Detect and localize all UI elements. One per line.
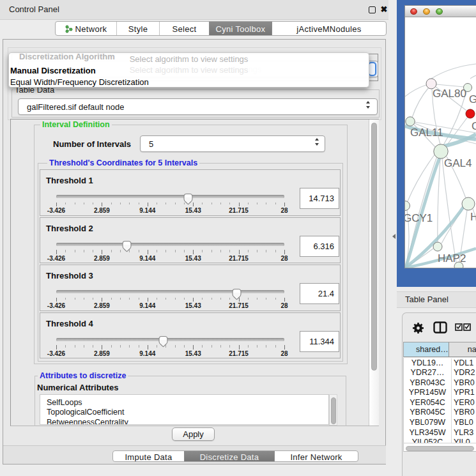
cell-name[interactable]: YBR0	[452, 378, 476, 388]
close-panel-icon[interactable]: ✖	[379, 1, 389, 18]
threshold-1-label: Threshold 1	[46, 176, 93, 185]
apply-button[interactable]: Apply	[172, 427, 215, 441]
slider-tick	[184, 298, 185, 300]
slider-tick-label: 2.859	[94, 255, 110, 262]
split-pane-collapse-icon[interactable]	[392, 234, 395, 239]
settings-vertical-scrollbar[interactable]	[369, 119, 379, 426]
table-row[interactable]: YPR145WYPR1	[404, 388, 476, 398]
tab-discretize-data[interactable]: Discretize Data	[184, 451, 274, 462]
slider-tick	[248, 203, 249, 205]
cell-shared-name[interactable]: YBR043C	[404, 378, 452, 388]
cell-shared-name[interactable]: YER054C	[404, 398, 452, 408]
threshold-2-slider-track[interactable]	[56, 243, 284, 246]
cell-shared-name[interactable]: YPR145W	[404, 388, 452, 398]
cell-name[interactable]: YER0	[452, 398, 476, 408]
tab-network[interactable]: Network	[56, 22, 116, 36]
table-row[interactable]: YBR045CYBR0	[404, 408, 476, 418]
slider-tick	[211, 298, 212, 300]
table-row[interactable]: YDR27…YDR2	[404, 368, 476, 378]
GAL11-node[interactable]	[406, 117, 415, 126]
table-horizontal-scrollbar-thumb[interactable]	[406, 446, 474, 451]
attribute-list-item[interactable]: SelfLoops	[40, 398, 328, 408]
column-header-shared-name[interactable]: shared…	[404, 342, 449, 357]
red-node[interactable]	[466, 109, 475, 118]
table-row[interactable]: YER054CYER0	[404, 398, 476, 408]
threshold-1-value-field[interactable]: 14.713	[300, 188, 339, 209]
threshold-3-slider-thumb[interactable]	[231, 288, 242, 300]
cell-name[interactable]: YDR2	[452, 368, 476, 378]
slider-tick	[248, 298, 249, 300]
threshold-4-slider-thumb[interactable]	[158, 335, 169, 348]
cell-name[interactable]: YPR1	[452, 388, 476, 398]
network-canvas[interactable]: GAL80GALCGAL11GAL4GCY1HHAP2	[405, 17, 476, 268]
slider-tick	[257, 298, 257, 300]
table-row[interactable]: YBL079WYBL0	[404, 418, 476, 428]
window-close-icon[interactable]	[410, 8, 417, 15]
network-edge[interactable]	[438, 158, 440, 242]
table-row[interactable]: YDL19…YDL1	[404, 358, 476, 369]
cell-name[interactable]: YBL0	[452, 418, 476, 428]
threshold-3-value-field[interactable]: 21.4	[300, 283, 339, 304]
network-edge[interactable]	[431, 64, 476, 79]
float-window-icon[interactable]	[369, 6, 376, 13]
network-edge[interactable]	[470, 75, 476, 79]
cell-shared-name[interactable]: YIL052C	[404, 438, 452, 443]
gear-icon[interactable]	[412, 322, 424, 334]
numerical-attributes-list[interactable]: SelfLoopsTopologicalCoefficientBetweenne…	[40, 394, 329, 425]
table-row[interactable]: YIL052CYIL0	[404, 438, 476, 443]
cell-name[interactable]: YIL0	[452, 438, 476, 443]
table-data-combo[interactable]: galFiltered.sif default node	[18, 98, 378, 115]
cell-shared-name[interactable]: YDL19…	[404, 358, 452, 369]
tab-label: Style	[128, 24, 148, 34]
cell-name[interactable]: YLR3	[452, 428, 476, 438]
table-row[interactable]: YLR345WYLR3	[404, 428, 476, 438]
dropdown-item-equal-width[interactable]: Equal Width/Frequency Discretization	[9, 77, 369, 88]
cell-name[interactable]: YBR0	[452, 408, 476, 418]
slider-tick	[275, 203, 276, 205]
cell-shared-name[interactable]: YBL079W	[404, 418, 452, 428]
column-checkboxes-icon[interactable]	[455, 323, 472, 331]
cell-name[interactable]: YDL1	[452, 358, 476, 369]
table-data-combo-arrows-icon	[366, 101, 371, 109]
GAL4-node[interactable]	[434, 144, 448, 158]
table-horizontal-scrollbar[interactable]	[403, 443, 476, 452]
attributes-list-scrollbar-thumb[interactable]	[331, 397, 336, 424]
network-edge[interactable]	[442, 158, 456, 263]
column-header-name[interactable]: na	[449, 342, 476, 357]
network-edge[interactable]	[436, 84, 464, 87]
threshold-2-slider-thumb[interactable]	[121, 240, 132, 252]
cell-shared-name[interactable]: YBR045C	[404, 408, 452, 418]
threshold-2-value-field[interactable]: 6.316	[300, 236, 339, 257]
attribute-list-item[interactable]: TopologicalCoefficient	[40, 408, 328, 417]
settings-vertical-scrollbar-thumb[interactable]	[371, 123, 377, 371]
attributes-list-scrollbar[interactable]	[329, 394, 337, 426]
dropdown-hint-item[interactable]: Select algorithm to view settings	[9, 53, 369, 65]
slider-tick	[275, 298, 276, 300]
attribute-list-item[interactable]: BetweennessCentrality	[40, 418, 328, 425]
tab-infer-network[interactable]: Infer Network	[274, 451, 358, 462]
H-node[interactable]	[462, 197, 475, 210]
tab-jactivemnodules[interactable]: jActiveMNodules	[272, 22, 386, 36]
table-row[interactable]: YBR043CYBR0	[404, 378, 476, 388]
threshold-1-slider-thumb[interactable]	[183, 193, 194, 205]
network-view-window: GAL80GALCGAL11GAL4GCY1HHAP2	[404, 5, 476, 268]
cell-shared-name[interactable]: YLR345W	[404, 428, 452, 438]
window-minimize-icon[interactable]	[423, 8, 430, 15]
split-columns-icon[interactable]	[433, 321, 447, 334]
window-zoom-icon[interactable]	[436, 8, 443, 15]
HAP2-node[interactable]	[433, 242, 442, 251]
tab-style[interactable]: Style	[116, 22, 159, 36]
tab-cyni-toolbox[interactable]: Cyni Toolbox	[209, 22, 272, 36]
number-of-intervals-combo[interactable]: 5	[140, 135, 325, 152]
tab-impute-data[interactable]: Impute Data	[113, 451, 184, 462]
node-table: shared… na	[403, 342, 476, 357]
threshold-1-slider-track[interactable]	[56, 195, 284, 198]
threshold-4-value-field[interactable]: 11.344	[300, 331, 339, 352]
threshold-4-slider-track[interactable]	[56, 338, 284, 341]
dropdown-item-manual-discretization[interactable]: Manual Discretization	[9, 65, 369, 76]
threshold-3-slider-track[interactable]	[56, 290, 284, 293]
cell-shared-name[interactable]: YDR27…	[404, 368, 452, 378]
tab-select[interactable]: Select	[159, 22, 209, 36]
network-edge[interactable]	[412, 88, 429, 118]
GCY1-node[interactable]	[405, 201, 410, 211]
